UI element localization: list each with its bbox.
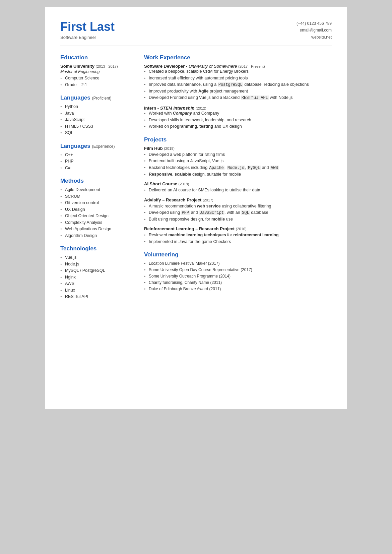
volunteering-list: Location Lumiere Festival Maker (2017) S… [144,261,332,292]
list-item: Algorithm Design [60,233,134,239]
list-item: Web Applications Design [60,226,134,232]
volunteering-title: Volunteering [144,251,332,258]
list-item: Frontend built using a JavaScript, Vue.j… [144,158,332,164]
list-item: Increased staff efficiency with automate… [144,75,332,81]
languages-experience-list: C++ PHP C# [60,152,134,171]
project-4-bullets: Reviewed machine learning techniques for… [144,232,332,245]
list-item: UX Design [60,207,134,213]
list-item: Charity fundraising, Charity Name (2011) [144,280,332,286]
list-item: JavaScript [60,117,134,123]
project-3-bullets: A music recommendation web service using… [144,203,332,223]
list-item: Worked on programming, testing and UX de… [144,124,332,130]
job-title: Software Engineer [60,35,115,40]
project-title-4: Reinforcement Learning – Research Projec… [144,226,332,231]
list-item: Backend technologies including Apache, N… [144,165,332,171]
project-block-2: AI Short Course (2018) Delivered an AI c… [144,181,332,193]
list-item: Computer Science [60,75,134,81]
list-item: Location Lumiere Festival Maker (2017) [144,261,332,266]
list-item: Reviewed machine learning techniques for… [144,232,332,238]
technologies-list: Vue.js Node.js MySQL / PostgreSQL Nginx … [60,255,134,300]
list-item: Developed skills in teamwork, leadership… [144,117,332,123]
body: Education Some University (2013 - 2017) … [60,53,332,307]
list-item: Built using responsive design, for mobil… [144,217,332,223]
education-section: Education Some University (2013 - 2017) … [60,54,134,88]
list-item: Python [60,104,134,110]
work-experience-title: Work Experience [144,54,332,61]
volunteering-section: Volunteering Location Lumiere Festival M… [144,251,332,292]
full-name: First Last [60,20,115,34]
job-block: Software Developer - University of Somew… [144,64,332,101]
project-1-bullets: Developed a web platform for rating film… [144,152,332,177]
job-title-1: Software Developer - University of Somew… [144,64,332,69]
languages-proficient-section: Languages (Proficient) Python Java JavaS… [60,95,134,136]
list-item: C# [60,165,134,171]
list-item: Implemented in Java for the game Checker… [144,239,332,245]
technologies-title: Technologies [60,245,134,252]
job-1-bullets: Created a bespoke, scalable CRM for Ener… [144,69,332,101]
right-column: Work Experience Software Developer - Uni… [144,53,332,307]
projects-title: Projects [144,136,332,143]
project-block-1: Film Hub (2019) Developed a web platform… [144,146,332,177]
degree: Master of Engineering [60,69,134,74]
languages-proficient-title: Languages (Proficient) [60,95,134,101]
list-item: MySQL / PostgreSQL [60,268,134,274]
list-item: SCRUM [60,194,134,200]
job-block-2: Intern - STEM Internship (2012) Worked w… [144,106,332,130]
list-item: Improved data maintenance, using a Postg… [144,82,332,88]
list-item: Created a bespoke, scalable CRM for Ener… [144,69,332,75]
email: email@gmail.com [297,27,332,34]
methods-section: Methods Agile Development SCRUM Git vers… [60,178,134,239]
list-item: PHP [60,159,134,165]
resume-page: First Last Software Engineer (+44) 0123 … [45,7,347,409]
education-title: Education [60,54,134,61]
header-right: (+44) 0123 456 789 email@gmail.com websi… [297,20,332,41]
list-item: Agile Development [60,187,134,193]
list-item: Worked with Company and Company [144,111,332,117]
list-item: Vue.js [60,255,134,261]
list-item: Grade – 2:1 [60,82,134,88]
list-item: Nginx [60,274,134,281]
university-name: Some University (2013 - 2017) [60,64,134,69]
phone: (+44) 0123 456 789 [297,20,332,27]
project-block-4: Reinforcement Learning – Research Projec… [144,226,332,245]
languages-proficient-list: Python Java JavaScript HTML5 / CSS3 SQL [60,104,134,136]
list-item: Some University Open Day Course Represen… [144,267,332,273]
languages-experience-section: Languages (Experience) C++ PHP C# [60,143,134,171]
list-item: Responsive, scalable design, suitable fo… [144,172,332,178]
list-item: Java [60,111,134,117]
project-title-1: Film Hub (2019) [144,146,332,151]
list-item: Improved productivity with Agile project… [144,88,332,95]
languages-experience-title: Languages (Experience) [60,143,134,149]
project-title-3: Advisify – Research Project (2017) [144,197,332,202]
left-column: Education Some University (2013 - 2017) … [60,53,134,307]
list-item: Object Oriented Design [60,213,134,219]
technologies-section: Technologies Vue.js Node.js MySQL / Post… [60,245,134,300]
list-item: Git version control [60,200,134,206]
list-item: Some University Outreach Programme (2014… [144,273,332,279]
work-experience-section: Work Experience Software Developer - Uni… [144,54,332,130]
list-item: Developed a web platform for rating film… [144,152,332,158]
header: First Last Software Engineer (+44) 0123 … [60,20,332,46]
list-item: Complexity Analysis [60,220,134,226]
list-item: RESTful API [60,294,134,300]
education-list: Computer Science Grade – 2:1 [60,75,134,88]
project-2-bullets: Delivered an AI course for SMEs looking … [144,187,332,193]
list-item: C++ [60,152,134,158]
methods-list: Agile Development SCRUM Git version cont… [60,187,134,239]
list-item: Duke of Edinburgh Bronze Award (2011) [144,286,332,292]
list-item: SQL [60,130,134,136]
job-2-bullets: Worked with Company and Company Develope… [144,111,332,130]
project-title-2: AI Short Course (2018) [144,181,332,186]
header-left: First Last Software Engineer [60,20,115,40]
list-item: Developed Frontend using Vue.js and a Ba… [144,95,332,101]
website: website.net [297,34,332,41]
list-item: AWS [60,281,134,287]
list-item: Linux [60,288,134,294]
list-item: HTML5 / CSS3 [60,124,134,130]
project-block-3: Advisify – Research Project (2017) A mus… [144,197,332,223]
list-item: Developed using PHP and JavaScript, with… [144,210,332,216]
projects-section: Projects Film Hub (2019) Developed a web… [144,136,332,245]
job-title-2: Intern - STEM Internship (2012) [144,106,332,111]
list-item: A music recommendation web service using… [144,203,332,209]
list-item: Delivered an AI course for SMEs looking … [144,187,332,193]
